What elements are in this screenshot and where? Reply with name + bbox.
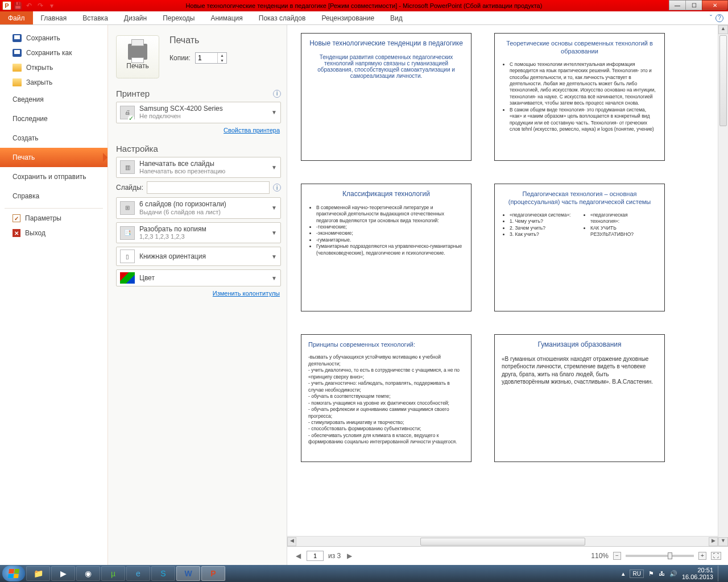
taskbar-explorer-icon[interactable]: 📁: [26, 566, 50, 581]
chevron-down-icon: ▼: [271, 164, 277, 171]
nav-exit[interactable]: ✕Выход: [0, 226, 107, 240]
slides-input[interactable]: [147, 181, 270, 194]
taskbar-clock[interactable]: 20:51 16.06.2013: [682, 567, 713, 580]
qat-undo-icon[interactable]: ↶: [24, 1, 34, 10]
nav-print[interactable]: Печать: [0, 148, 107, 167]
copies-label: Копии:: [169, 54, 191, 62]
tray-action-center-icon[interactable]: ⚑: [648, 570, 654, 577]
spin-up-icon[interactable]: ▲: [218, 53, 226, 58]
slide-bullet: С помощью технологии интеллектуальная ин…: [510, 61, 657, 107]
tab-review[interactable]: Рецензирование: [313, 11, 382, 24]
info-icon[interactable]: i: [273, 184, 281, 192]
nav-new[interactable]: Создать: [0, 128, 107, 148]
tab-slideshow[interactable]: Показ слайдов: [251, 11, 314, 24]
slide-title: Педагогическая технология – основная (пр…: [502, 190, 657, 206]
slide-thumbnail: Новые технологические тенденции в педаго…: [301, 33, 471, 161]
taskbar-powerpoint-icon[interactable]: P: [201, 566, 225, 581]
chevron-down-icon: ▼: [271, 109, 277, 115]
chevron-down-icon: ▼: [271, 205, 277, 211]
nav-save-as-label: Сохранить как: [26, 49, 72, 57]
orientation-dropdown[interactable]: ▯ Книжная ориентация ▼: [116, 247, 281, 266]
window-title: Новые технологические тенденции в педаго…: [186, 2, 543, 9]
collate-dropdown[interactable]: 📑 Разобрать по копиям1,2,3 1,2,3 1,2,3 ▼: [116, 222, 281, 244]
nav-close-label: Закрыть: [26, 78, 52, 86]
start-button[interactable]: [2, 566, 25, 581]
nav-share[interactable]: Сохранить и отправить: [0, 167, 107, 186]
printer-dropdown[interactable]: 🖨 Samsung SCX-4200 SeriesНе подключен ▼: [116, 102, 281, 123]
maximize-button[interactable]: ☐: [685, 0, 702, 10]
prev-page-button[interactable]: ◀: [294, 552, 302, 560]
tab-animations[interactable]: Анимация: [202, 11, 250, 24]
spin-down-icon[interactable]: ▼: [218, 58, 226, 63]
color-dropdown[interactable]: Цвет ▼: [116, 269, 281, 286]
slide-bullet: В современной научно-теоретической литер…: [316, 205, 464, 224]
nav-options[interactable]: ✓Параметры: [0, 211, 107, 226]
printer-icon: [128, 44, 147, 60]
slide-bullet: В самом общем виде технология- это проду…: [510, 107, 657, 133]
slide-title: Принципы современных технологий:: [308, 340, 464, 348]
system-tray: ▴ RU ⚑ 🖧 🔊 20:51 16.06.2013: [622, 566, 726, 581]
print-range-dropdown[interactable]: ▥ Напечатать все слайдыНапечатать всю пр…: [116, 157, 281, 178]
tray-network-icon[interactable]: 🖧: [659, 570, 665, 577]
edit-headers-footers-link[interactable]: Изменить колонтитулы: [116, 290, 280, 297]
copies-spinner[interactable]: ▲▼: [195, 52, 227, 64]
tray-show-hidden-icon[interactable]: ▴: [622, 570, 625, 577]
nav-help[interactable]: Справка: [0, 186, 107, 206]
taskbar-skype-icon[interactable]: S: [151, 566, 175, 581]
nav-close[interactable]: Закрыть: [0, 75, 107, 90]
tab-transitions[interactable]: Переходы: [155, 11, 202, 24]
slide-line: - способствовать формированию субъективн…: [308, 426, 464, 432]
help-icon[interactable]: ?: [715, 14, 723, 22]
tab-insert[interactable]: Вставка: [75, 11, 116, 24]
horizontal-scrollbar[interactable]: ◀ ▶: [287, 536, 718, 546]
layout-dropdown[interactable]: ⊞ 6 слайдов (по горизонтали)Выдачи (6 сл…: [116, 197, 281, 219]
window-controls: — ☐ ✕: [669, 0, 728, 10]
scroll-up-icon[interactable]: ▲: [718, 25, 728, 34]
zoom-thumb[interactable]: [668, 552, 672, 559]
next-page-button[interactable]: ▶: [345, 552, 353, 560]
save-icon: [13, 34, 22, 42]
print-button[interactable]: Печать: [116, 35, 159, 78]
close-button[interactable]: ✕: [702, 0, 728, 10]
tab-view[interactable]: Вид: [382, 11, 411, 24]
scroll-thumb[interactable]: [420, 538, 585, 546]
ribbon-help-area: ˇ ?: [710, 11, 723, 24]
zoom-in-button[interactable]: +: [698, 552, 706, 560]
scroll-thumb[interactable]: [719, 35, 727, 126]
zoom-out-button[interactable]: −: [613, 552, 621, 560]
taskbar-word-icon[interactable]: W: [176, 566, 200, 581]
nav-save-as[interactable]: Сохранить как: [0, 45, 107, 60]
ribbon-minimize-icon[interactable]: ˇ: [710, 14, 712, 22]
zoom-slider[interactable]: [626, 555, 694, 557]
tab-design[interactable]: Дизайн: [116, 11, 155, 24]
fit-page-button[interactable]: ⛶: [711, 552, 721, 560]
tab-home[interactable]: Главная: [33, 11, 75, 24]
scroll-left-icon[interactable]: ◀: [287, 537, 296, 546]
show-desktop-button[interactable]: [718, 566, 722, 581]
taskbar-mediaplayer-icon[interactable]: ▶: [51, 566, 75, 581]
scroll-right-icon[interactable]: ▶: [709, 537, 718, 546]
copies-input[interactable]: [196, 54, 217, 62]
qat-save-icon[interactable]: 💾: [13, 1, 23, 10]
nav-open[interactable]: Открыть: [0, 60, 107, 75]
taskbar-ie-icon[interactable]: e: [126, 566, 150, 581]
slide-line: - помогать учащимся на уровне их фактиче…: [308, 400, 464, 406]
qat-redo-icon[interactable]: ↷: [35, 1, 46, 10]
nav-info[interactable]: Сведения: [0, 90, 107, 109]
info-icon[interactable]: i: [273, 90, 281, 98]
nav-save[interactable]: Сохранить: [0, 31, 107, 45]
file-tab[interactable]: Файл: [0, 11, 33, 24]
taskbar-utorrent-icon[interactable]: µ: [101, 566, 125, 581]
page-input[interactable]: [307, 551, 324, 561]
qat-dropdown-icon[interactable]: ▾: [47, 1, 57, 10]
vertical-scrollbar[interactable]: ▲ ▼: [718, 25, 728, 546]
slide-thumbnail: Педагогическая технология – основная (пр…: [494, 184, 665, 311]
tray-volume-icon[interactable]: 🔊: [669, 570, 677, 577]
scroll-down-icon[interactable]: ▼: [718, 537, 728, 546]
printer-properties-link[interactable]: Свойства принтера: [116, 127, 280, 134]
language-indicator[interactable]: RU: [630, 569, 643, 578]
minimize-button[interactable]: —: [669, 0, 686, 10]
collate-icon: 📑: [120, 226, 135, 240]
nav-recent[interactable]: Последние: [0, 109, 107, 128]
taskbar-chrome-icon[interactable]: ◉: [76, 566, 100, 581]
